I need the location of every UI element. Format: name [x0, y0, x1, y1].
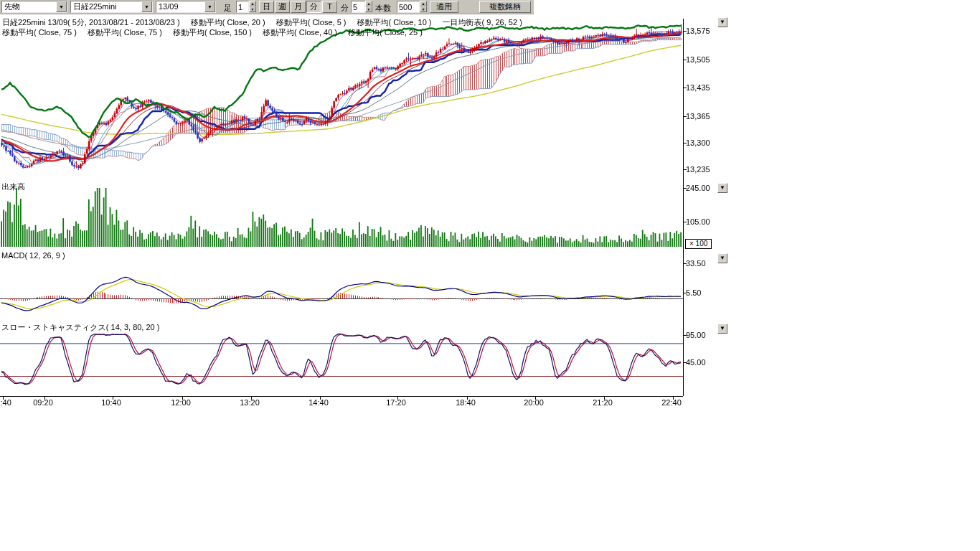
macd-axis-label: 5.50 — [686, 288, 719, 297]
volume-panel-collapse-button[interactable]: ▼ — [717, 183, 727, 193]
stoch-axis-label: 45.00 — [686, 358, 719, 367]
price-axis-label: 13,235 — [686, 165, 719, 174]
dropdown-arrow-icon[interactable]: ▼ — [56, 1, 67, 12]
legend-ma5: 移動平均( Close, 5 ) — [276, 18, 347, 27]
time-axis-label: 18:40 — [453, 398, 478, 407]
volume-multiplier-badge: × 100 — [685, 239, 712, 249]
macd-axis-label: 33.50 — [686, 259, 719, 268]
apply-button[interactable]: 適用 — [430, 1, 458, 13]
time-axis-label: 02:40 — [0, 398, 14, 407]
time-axis-label: 22:40 — [659, 398, 684, 407]
bar-interval-input[interactable] — [236, 1, 249, 13]
legend-ma10: 移動平均( Close, 10 ) — [357, 18, 432, 27]
stoch-panel-collapse-button[interactable]: ▼ — [717, 324, 727, 334]
collapse-arrow-icon: ▼ — [720, 19, 725, 25]
legend-ma75a: 移動平均( Close, 75 ) — [2, 28, 77, 37]
symbol-select[interactable]: 日経225mini ▼ — [70, 1, 153, 13]
legend-ma20: 移動平均( Close, 20 ) — [191, 18, 265, 27]
contract-month-value: 13/09 — [159, 2, 179, 11]
period-day-button[interactable]: 日 — [259, 1, 274, 13]
volume-panel-label: 出来高 — [1, 182, 25, 192]
time-axis-label: 10:40 — [99, 398, 123, 407]
price-panel-collapse-button[interactable]: ▼ — [717, 17, 727, 27]
symbol-select-value: 日経225mini — [73, 2, 117, 11]
volume-axis-label: 105.00 — [686, 217, 719, 226]
time-axis-label: 20:00 — [522, 398, 546, 407]
bar-type-label: 足 — [224, 3, 232, 14]
chart-title: 日経225mini 13/09( 5分, 2013/08/21 - 2013/0… — [2, 18, 180, 27]
minute-label: 分 — [341, 3, 349, 14]
price-axis-label: 13,435 — [686, 83, 719, 92]
time-axis-label: 21:20 — [590, 398, 615, 407]
spin-down-icon[interactable]: ▼ — [249, 6, 256, 12]
time-axis-label: 17:20 — [384, 398, 408, 407]
market-select-value: 先物 — [4, 2, 20, 11]
period-month-button[interactable]: 月 — [291, 1, 306, 13]
minute-stepper: ▲ ▼ — [351, 1, 372, 13]
chart-canvas[interactable] — [0, 0, 727, 413]
macd-panel-label: MACD( 12, 26, 9 ) — [1, 251, 65, 260]
market-select[interactable]: 先物 ▼ — [1, 1, 67, 13]
dropdown-arrow-icon[interactable]: ▼ — [141, 1, 152, 12]
legend-ma25: 移動平均( Close, 25 ) — [348, 28, 423, 37]
stoch-axis-label: 95.00 — [686, 331, 719, 339]
bar-count-label: 本数 — [375, 3, 391, 14]
spin-down-icon[interactable]: ▼ — [365, 6, 372, 12]
contract-month-select[interactable]: 13/09 ▼ — [156, 1, 216, 13]
legend-ma40: 移動平均( Close, 40 ) — [263, 28, 337, 37]
period-minute-button[interactable]: 分 — [306, 1, 321, 13]
price-axis-label: 13,365 — [686, 112, 719, 121]
macd-panel-collapse-button[interactable]: ▼ — [717, 253, 727, 263]
time-axis-label: 14:40 — [306, 398, 331, 407]
period-tick-button[interactable]: T — [322, 1, 337, 13]
legend-ichimoku: 一目均衡表( 9, 26, 52 ) — [443, 18, 522, 27]
legend-ma75b: 移動平均( Close, 75 ) — [88, 28, 162, 37]
time-axis-label: 12:00 — [169, 398, 193, 407]
bar-count-stepper: ▲ ▼ — [397, 1, 427, 13]
legend-row-2: 移動平均( Close, 75 ) 移動平均( Close, 75 ) 移動平均… — [2, 27, 431, 38]
collapse-arrow-icon: ▼ — [720, 255, 725, 261]
legend-row-1: 日経225mini 13/09( 5分, 2013/08/21 - 2013/0… — [2, 17, 531, 28]
legend-ma150: 移動平均( Close, 150 ) — [173, 28, 252, 37]
price-axis-label: 13,505 — [686, 55, 719, 64]
stochastics-panel-label: スロー・ストキャスティクス( 14, 3, 80, 20 ) — [1, 322, 159, 333]
spin-up-icon[interactable]: ▲ — [365, 1, 372, 6]
collapse-arrow-icon: ▼ — [720, 184, 725, 191]
collapse-arrow-icon: ▼ — [720, 325, 725, 331]
multi-symbol-button[interactable]: 複数銘柄 — [479, 1, 531, 13]
minute-input[interactable] — [351, 1, 365, 13]
price-axis-label: 13,575 — [686, 27, 719, 35]
time-axis-label: 13:20 — [237, 398, 262, 407]
period-week-button[interactable]: 週 — [275, 1, 290, 13]
spin-up-icon[interactable]: ▲ — [420, 1, 427, 6]
price-axis-label: 13,300 — [686, 138, 719, 147]
bar-count-input[interactable] — [397, 1, 420, 13]
toolbar: 先物 ▼ 日経225mini ▼ 13/09 ▼ 足 ▲ ▼ 日 週 月 分 T… — [0, 0, 534, 14]
volume-axis-label: 245.00 — [686, 184, 719, 192]
spin-up-icon[interactable]: ▲ — [249, 1, 256, 6]
bar-interval-stepper: ▲ ▼ — [236, 1, 256, 13]
dropdown-arrow-icon[interactable]: ▼ — [204, 1, 215, 12]
spin-down-icon[interactable]: ▼ — [420, 6, 427, 12]
time-axis-label: 09:20 — [31, 398, 55, 407]
